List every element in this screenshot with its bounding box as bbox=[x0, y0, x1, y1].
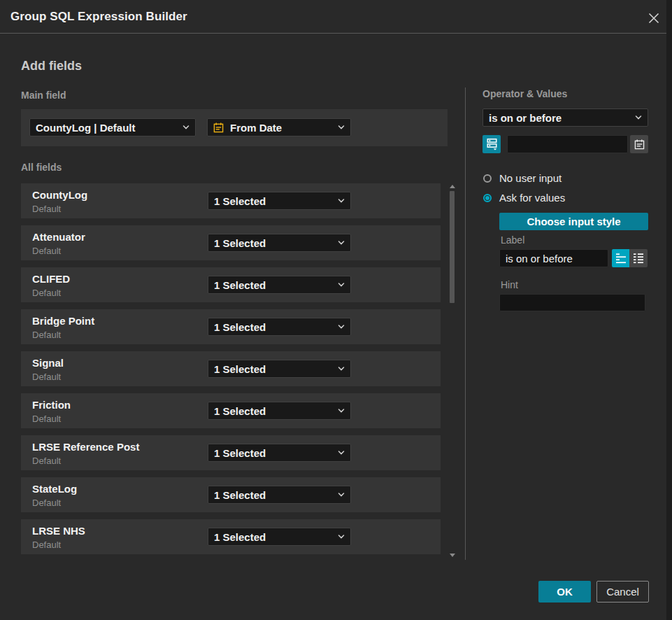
screen: Group SQL Expression Builder Add fields … bbox=[0, 0, 672, 620]
close-icon bbox=[648, 12, 660, 24]
field-sublabel: Default bbox=[32, 456, 61, 466]
field-values-select[interactable]: 1 Selected bbox=[208, 234, 351, 252]
field-values-select[interactable]: 1 Selected bbox=[208, 528, 351, 546]
operator-values-label: Operator & Values bbox=[482, 88, 567, 99]
calendar-icon bbox=[634, 139, 645, 150]
layer-select[interactable]: CountyLog | Default bbox=[29, 118, 196, 136]
input-mode-icon bbox=[486, 138, 498, 150]
value-input[interactable] bbox=[507, 135, 628, 153]
single-line-style-toggle[interactable] bbox=[612, 249, 629, 267]
chevron-down-icon bbox=[338, 408, 345, 414]
field-row: LRSE Reference PostDefault1 Selected bbox=[21, 435, 441, 470]
chevron-down-icon bbox=[338, 198, 345, 204]
field-name: Signal bbox=[32, 357, 64, 369]
align-left-icon bbox=[615, 253, 627, 264]
field-row: CLIFEDDefault1 Selected bbox=[21, 267, 441, 302]
field-values-select[interactable]: 1 Selected bbox=[208, 486, 351, 504]
field-sublabel: Default bbox=[32, 246, 61, 256]
field-select[interactable]: From Date bbox=[207, 118, 351, 136]
group-sql-expression-builder-dialog: Group SQL Expression Builder Add fields … bbox=[0, 0, 666, 620]
hint-field-label: Hint bbox=[501, 279, 518, 290]
field-values-select-value: 1 Selected bbox=[214, 363, 266, 375]
field-values-select[interactable]: 1 Selected bbox=[208, 444, 351, 462]
main-field-label: Main field bbox=[21, 90, 66, 101]
dialog-title: Group SQL Expression Builder bbox=[10, 0, 187, 34]
field-sublabel: Default bbox=[32, 330, 61, 340]
field-values-select[interactable]: 1 Selected bbox=[208, 192, 351, 210]
field-values-select-value: 1 Selected bbox=[214, 279, 266, 291]
field-values-select[interactable]: 1 Selected bbox=[208, 402, 351, 420]
label-field-label: Label bbox=[501, 234, 524, 246]
dialog-titlebar: Group SQL Expression Builder bbox=[0, 0, 666, 34]
radio-label: Ask for values bbox=[499, 192, 565, 204]
radio-ask-for-values[interactable]: Ask for values bbox=[483, 192, 565, 204]
field-name: Bridge Point bbox=[32, 315, 94, 327]
hint-input[interactable] bbox=[499, 294, 645, 311]
chevron-down-icon bbox=[338, 125, 345, 130]
field-sublabel: Default bbox=[32, 540, 61, 550]
field-name: LRSE NHS bbox=[32, 525, 85, 537]
field-values-select[interactable]: 1 Selected bbox=[208, 360, 351, 378]
list-style-toggle[interactable] bbox=[629, 249, 648, 267]
field-name: LRSE Reference Post bbox=[32, 441, 139, 453]
field-row: LRSE NHSDefault1 Selected bbox=[21, 519, 441, 554]
field-name: CountyLog bbox=[32, 189, 87, 201]
chevron-down-icon bbox=[338, 492, 345, 498]
radio-no-user-input[interactable]: No user input bbox=[483, 172, 562, 184]
scrollbar-down-arrow-icon[interactable] bbox=[450, 554, 455, 557]
date-picker-button[interactable] bbox=[630, 135, 648, 153]
all-fields-list: CountyLogDefault1 SelectedAttenuatorDefa… bbox=[21, 183, 441, 561]
field-sublabel: Default bbox=[32, 498, 61, 508]
input-mode-button[interactable] bbox=[482, 135, 501, 153]
chevron-down-icon bbox=[338, 366, 345, 372]
field-name: StateLog bbox=[32, 483, 77, 495]
field-values-select-value: 1 Selected bbox=[214, 195, 266, 207]
scrollbar-up-arrow-icon[interactable] bbox=[450, 185, 455, 188]
field-sublabel: Default bbox=[32, 414, 61, 424]
field-row: FrictionDefault1 Selected bbox=[21, 393, 441, 428]
field-values-select[interactable]: 1 Selected bbox=[208, 318, 351, 336]
close-button[interactable] bbox=[648, 12, 660, 24]
field-row: CountyLogDefault1 Selected bbox=[21, 183, 441, 218]
field-values-select[interactable]: 1 Selected bbox=[208, 276, 351, 294]
field-values-select-value: 1 Selected bbox=[214, 447, 266, 459]
column-divider bbox=[465, 87, 466, 560]
field-values-select-value: 1 Selected bbox=[214, 321, 266, 333]
chevron-down-icon bbox=[338, 534, 345, 540]
field-name: CLIFED bbox=[32, 273, 70, 285]
list-icon bbox=[633, 253, 644, 264]
scrollbar-thumb[interactable] bbox=[450, 191, 455, 303]
field-row: AttenuatorDefault1 Selected bbox=[21, 225, 441, 260]
radio-label: No user input bbox=[499, 172, 562, 184]
ok-button[interactable]: OK bbox=[538, 581, 591, 603]
field-values-select-value: 1 Selected bbox=[214, 405, 266, 417]
field-values-select-value: 1 Selected bbox=[214, 489, 266, 501]
chevron-down-icon bbox=[338, 450, 345, 456]
chevron-down-icon bbox=[183, 125, 190, 130]
field-sublabel: Default bbox=[32, 288, 61, 298]
background-strip bbox=[666, 0, 672, 620]
operator-select-value: is on or before bbox=[489, 112, 562, 124]
field-sublabel: Default bbox=[32, 372, 61, 382]
field-select-value: From Date bbox=[230, 122, 282, 134]
layer-select-value: CountyLog | Default bbox=[36, 122, 136, 134]
field-name: Friction bbox=[32, 399, 71, 411]
radio-circle-selected-icon bbox=[483, 194, 492, 202]
field-values-select-value: 1 Selected bbox=[214, 531, 266, 543]
cancel-button[interactable]: Cancel bbox=[596, 581, 649, 603]
field-values-select-value: 1 Selected bbox=[214, 237, 266, 249]
operator-select[interactable]: is on or before bbox=[482, 108, 648, 127]
chevron-down-icon bbox=[635, 115, 642, 120]
all-fields-label: All fields bbox=[21, 162, 62, 173]
field-row: SignalDefault1 Selected bbox=[21, 351, 441, 386]
calendar-icon bbox=[213, 122, 224, 133]
label-input[interactable] bbox=[499, 249, 608, 267]
chevron-down-icon bbox=[338, 282, 345, 288]
field-row: StateLogDefault1 Selected bbox=[21, 477, 441, 512]
main-field-panel: CountyLog | Default From Date bbox=[21, 109, 448, 146]
radio-circle-icon bbox=[483, 174, 492, 183]
chevron-down-icon bbox=[338, 240, 345, 246]
field-row: Bridge PointDefault1 Selected bbox=[21, 309, 441, 344]
field-sublabel: Default bbox=[32, 204, 61, 214]
choose-input-style-button[interactable]: Choose input style bbox=[499, 213, 648, 230]
